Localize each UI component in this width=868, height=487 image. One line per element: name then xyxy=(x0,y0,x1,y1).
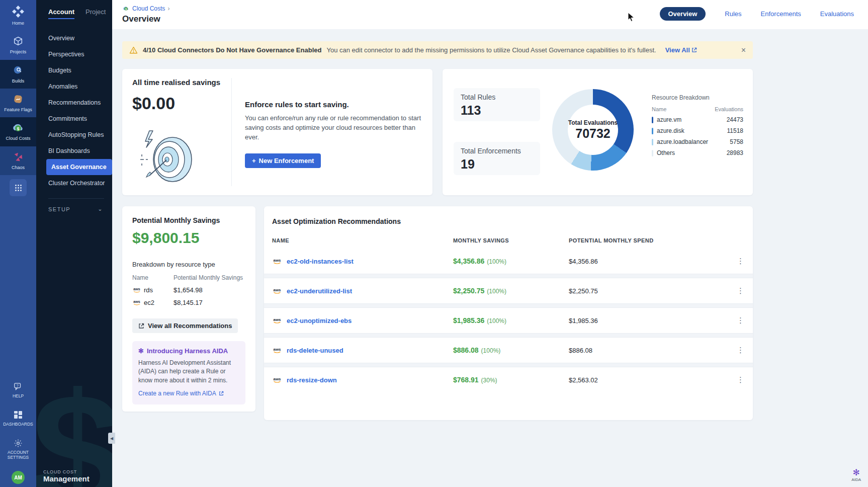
svg-text:aws: aws xyxy=(273,377,281,381)
rail-label: Cloud Costs xyxy=(6,136,30,141)
rail-label: Home xyxy=(12,21,24,26)
rail-item-cloud-costs[interactable]: $ Cloud Costs xyxy=(0,117,36,146)
row-menu-icon[interactable]: ⋮ xyxy=(730,257,745,266)
legend-swatch xyxy=(652,128,653,134)
svg-text:$: $ xyxy=(125,8,127,11)
sidebar-menu: Overview Perspectives Budgets Anomalies … xyxy=(36,30,112,191)
tab-account[interactable]: Account xyxy=(48,8,74,19)
aida-fab-button[interactable]: ✻ AIDA xyxy=(851,468,861,482)
banner-title: 4/10 Cloud Connectors Do Not Have Govern… xyxy=(143,46,321,54)
external-link-icon xyxy=(219,391,224,396)
external-link-icon xyxy=(138,323,144,329)
aida-promo-card: ✻ Introducing Harness AIDA Harness AI De… xyxy=(132,341,245,404)
rail-item-dashboards[interactable]: DASHBOARDS xyxy=(0,404,36,433)
table-row[interactable]: awsec2-old-instances-list $4,356.86(100%… xyxy=(264,249,753,274)
view-all-recommendations-button[interactable]: View all Recommendations xyxy=(132,318,238,333)
sidebar-item-budgets[interactable]: Budgets xyxy=(36,62,112,78)
aws-icon: aws xyxy=(132,299,141,306)
breadcrumb[interactable]: $ Cloud Costs › xyxy=(122,5,169,12)
tab-overview[interactable]: Overview xyxy=(660,7,706,21)
row-menu-icon[interactable]: ⋮ xyxy=(730,286,745,295)
enforce-cta-panel: Enforce rules to start saving. You can e… xyxy=(245,100,421,168)
tab-enforcements[interactable]: Enforcements xyxy=(761,10,801,18)
governance-warning-banner: 4/10 Cloud Connectors Do Not Have Govern… xyxy=(122,41,753,59)
sidebar-item-asset-governance[interactable]: Asset Governance xyxy=(46,159,112,175)
sidebar-scope-tabs: Account Project xyxy=(36,0,112,24)
rail-label: DASHBOARDS xyxy=(3,422,33,427)
rule-link[interactable]: rds-resize-down xyxy=(287,376,337,384)
sidebar-item-overview[interactable]: Overview xyxy=(36,30,112,46)
aida-flower-icon: ✻ xyxy=(138,347,144,355)
svg-text:aws: aws xyxy=(273,258,281,263)
setup-label: SETUP xyxy=(48,206,70,212)
aida-fab-label: AIDA xyxy=(851,477,861,482)
svg-text:aws: aws xyxy=(133,287,140,291)
table-row[interactable]: awsec2-unoptimized-ebs $1,985.36(100%) $… xyxy=(264,308,753,333)
rail-label: Builds xyxy=(12,78,25,84)
sidebar-item-cluster-orchestrator[interactable]: Cluster Orchestrator xyxy=(36,175,112,191)
table-row[interactable]: awsec2-underutilized-list $2,250.75(100%… xyxy=(264,278,753,303)
realised-savings-card: All time realised savings $0.00 xyxy=(122,69,432,195)
rail-item-feature-flags[interactable]: Feature Flags xyxy=(0,89,36,117)
row-menu-icon[interactable]: ⋮ xyxy=(730,346,745,355)
sidebar-item-perspectives[interactable]: Perspectives xyxy=(36,46,112,62)
row-separator xyxy=(264,274,753,278)
rule-link[interactable]: ec2-old-instances-list xyxy=(287,258,354,265)
view-all-recommendations-label: View all Recommendations xyxy=(148,322,232,330)
rail-item-account-settings[interactable]: ACCOUNT SETTINGS xyxy=(0,433,36,466)
rail-item-chaos[interactable]: Chaos xyxy=(0,146,36,175)
total-rules-label: Total Rules xyxy=(461,93,533,101)
sidebar-item-recommendations[interactable]: Recommendations xyxy=(36,95,112,111)
svg-text:?: ? xyxy=(17,383,19,388)
table-row[interactable]: awsrds-resize-down $768.91(30%) $2,563.0… xyxy=(264,367,753,392)
module-rail: Home Projects Builds Feature Flags $ Clo… xyxy=(0,0,36,487)
svg-text:$: $ xyxy=(17,126,19,131)
enforce-cta-description: You can enforce/run any rule or rule rec… xyxy=(245,114,421,142)
rail-item-builds[interactable]: Builds xyxy=(0,60,36,89)
svg-text:aws: aws xyxy=(273,288,281,292)
aws-icon: aws xyxy=(272,376,282,383)
sidebar-item-anomalies[interactable]: Anomalies xyxy=(36,78,112,95)
tab-evaluations[interactable]: Evaluations xyxy=(820,10,854,18)
table-row[interactable]: awsrds-delete-unused $886.08(100%) $886.… xyxy=(264,338,753,363)
col-potential-monthly-spend: POTENTIAL MONTHLY SPEND xyxy=(569,237,730,244)
chevron-right-icon: › xyxy=(167,5,169,12)
aws-icon: aws xyxy=(132,287,141,293)
rule-link[interactable]: rds-delete-unused xyxy=(287,347,343,354)
resource-breakdown-legend: Resource Breakdown Name Evaluations azur… xyxy=(652,94,743,158)
row-menu-icon[interactable]: ⋮ xyxy=(730,316,745,325)
sidebar-item-commitments[interactable]: Commitments xyxy=(36,111,112,127)
total-enforcements-box: Total Enforcements 19 xyxy=(454,142,540,175)
tab-rules[interactable]: Rules xyxy=(725,10,741,18)
total-rules-box: Total Rules 113 xyxy=(454,88,540,121)
new-enforcement-button[interactable]: + New Enforcement xyxy=(245,153,321,168)
rail-item-projects[interactable]: Projects xyxy=(0,31,36,59)
sidebar-footer: CLOUD COST Management xyxy=(43,469,90,483)
breakdown-row: aws ec2 $8,145.17 xyxy=(132,299,245,306)
row-menu-icon[interactable]: ⋮ xyxy=(730,375,745,384)
breakdown-title: Breakdown by resource type xyxy=(132,261,245,268)
banner-close-icon[interactable]: × xyxy=(741,46,746,55)
sidebar-item-autostopping-rules[interactable]: AutoStopping Rules xyxy=(36,127,112,143)
rail-item-help[interactable]: ? HELP xyxy=(0,376,36,404)
sidebar-item-bi-dashboards[interactable]: BI Dashboards xyxy=(36,143,112,159)
main-content: $ Cloud Costs › Overview Overview Rules … xyxy=(112,0,868,487)
total-rules-value: 113 xyxy=(461,103,533,118)
rule-link[interactable]: ec2-unoptimized-ebs xyxy=(287,317,352,324)
breadcrumb-label[interactable]: Cloud Costs xyxy=(132,5,165,12)
sidebar-collapse-button[interactable]: ◀ xyxy=(108,433,115,444)
banner-view-all-link[interactable]: View All xyxy=(665,46,698,54)
module-grid-button[interactable] xyxy=(10,179,27,196)
rail-label: Feature Flags xyxy=(4,107,32,112)
rail-item-home[interactable]: Home xyxy=(0,0,36,31)
user-avatar[interactable]: AM xyxy=(12,471,25,484)
tab-project[interactable]: Project xyxy=(85,8,106,19)
sidebar-setup-toggle[interactable]: SETUP ⌄ xyxy=(36,199,112,212)
table-header: NAME MONTHLY SAVINGS POTENTIAL MONTHLY S… xyxy=(264,225,753,249)
rule-link[interactable]: ec2-underutilized-list xyxy=(287,287,352,295)
create-rule-with-aida-link[interactable]: Create a new Rule with AIDA xyxy=(138,390,224,397)
cloud-costs-icon: $ xyxy=(12,122,25,133)
chaos-icon xyxy=(13,151,24,163)
collapse-icon: ◀ xyxy=(110,436,113,441)
legend-swatch xyxy=(652,117,653,123)
